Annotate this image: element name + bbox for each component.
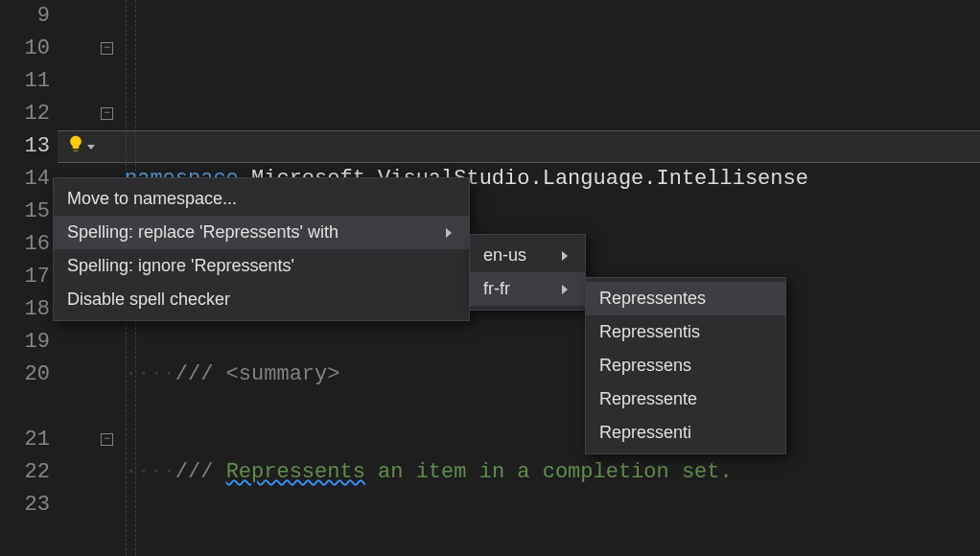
menu-item-move-namespace[interactable]: Move to namespace... <box>54 182 469 216</box>
menu-item-disable-spellcheck[interactable]: Disable spell checker <box>54 283 469 316</box>
line-number: 23 <box>0 489 56 521</box>
code-line: ····/// Repressents an item in a complet… <box>125 456 980 489</box>
quick-actions-button[interactable] <box>58 130 104 163</box>
chevron-right-icon <box>446 228 452 238</box>
line-number: 12 <box>0 98 56 130</box>
fold-toggle[interactable]: − <box>101 433 113 446</box>
lightbulb-icon <box>66 134 85 160</box>
code-line <box>125 65 980 98</box>
menu-item-spelling-ignore[interactable]: Spelling: ignore 'Repressents' <box>54 249 469 283</box>
line-number: 17 <box>0 261 56 293</box>
line-number: 11 <box>0 65 56 98</box>
menu-item-suggestion[interactable]: Repressente <box>586 382 785 416</box>
line-number: 16 <box>0 228 56 261</box>
line-number: 10 <box>0 33 56 65</box>
line-number: 14 <box>0 163 56 196</box>
menu-item-suggestion[interactable]: Repressentis <box>586 315 785 349</box>
line-number <box>0 391 56 424</box>
code-line: ····/// <summary> <box>125 359 980 391</box>
quick-actions-menu: Move to namespace... Spelling: replace '… <box>53 177 470 321</box>
menu-item-suggestion[interactable]: Repressens <box>586 349 785 382</box>
line-number: 22 <box>0 456 56 489</box>
fold-toggle[interactable]: − <box>101 107 113 120</box>
menu-item-spelling-replace[interactable]: Spelling: replace 'Repressents' with <box>54 216 469 249</box>
chevron-right-icon <box>562 251 568 261</box>
spelling-language-menu: en-us fr-fr <box>469 234 586 311</box>
line-number: 20 <box>0 359 56 391</box>
chevron-right-icon <box>562 285 568 294</box>
fold-toggle[interactable]: − <box>101 42 113 55</box>
chevron-down-icon <box>87 145 95 150</box>
line-number-gutter: 9 10 11 12 13 14 15 16 17 18 19 20 21 22… <box>0 0 56 556</box>
menu-item-lang-enus[interactable]: en-us <box>470 239 585 272</box>
menu-item-suggestion[interactable]: Repressenti <box>586 416 785 450</box>
line-number: 15 <box>0 196 56 228</box>
line-number: 18 <box>0 293 56 326</box>
line-number: 19 <box>0 326 56 359</box>
line-number: 9 <box>0 0 56 33</box>
spelling-suggestions-menu: Repressentes Repressentis Repressens Rep… <box>585 277 786 454</box>
line-number: 13 <box>0 130 56 163</box>
menu-item-suggestion[interactable]: Repressentes <box>586 282 785 315</box>
line-number: 21 <box>0 424 56 456</box>
code-editor: 9 10 11 12 13 14 15 16 17 18 19 20 21 22… <box>0 0 980 556</box>
menu-item-lang-frfr[interactable]: fr-fr <box>470 272 585 306</box>
